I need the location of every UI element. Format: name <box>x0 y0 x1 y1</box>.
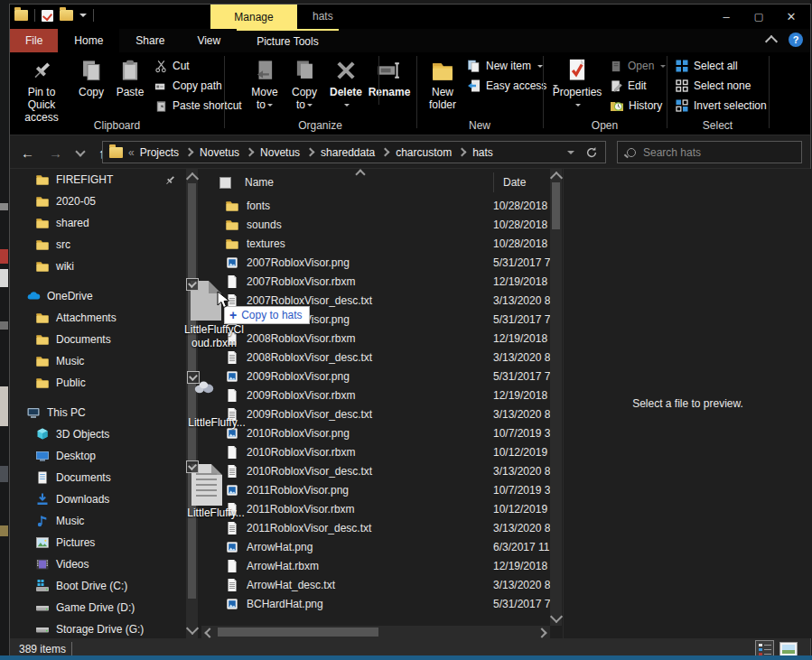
search-input[interactable]: Search hats <box>617 141 802 163</box>
address-dropdown-caret-icon[interactable] <box>567 151 574 154</box>
properties-check-icon[interactable] <box>42 10 53 22</box>
tab-share[interactable]: Share <box>119 29 181 52</box>
sidebar-item-pictures[interactable]: Pictures <box>10 532 186 553</box>
minimize-button[interactable]: – <box>711 7 742 26</box>
easy-access-button[interactable]: Easy access <box>467 77 558 95</box>
pin-to-quick-access-button[interactable]: Pin to Quick access <box>14 55 70 124</box>
sidebar-item-wiki[interactable]: wiki <box>10 256 186 277</box>
refresh-icon[interactable] <box>585 146 598 159</box>
sidebar-scrollbar[interactable] <box>186 169 198 638</box>
select-none-button[interactable]: Select none <box>675 77 751 95</box>
close-button[interactable]: ✕ <box>776 7 807 26</box>
folder-icon[interactable] <box>60 10 73 21</box>
minimize-ribbon-icon[interactable] <box>765 35 778 48</box>
file-row[interactable]: textures 10/28/2018 <box>201 234 550 253</box>
sidebar-item-boot-drive-c-[interactable]: Boot Drive (C:) <box>10 575 186 597</box>
open-button[interactable]: Open <box>610 57 666 75</box>
help-icon[interactable]: ? <box>789 33 803 47</box>
new-folder-button[interactable]: New folder <box>422 55 463 111</box>
file-row[interactable]: ArrowHat_desc.txt 3/13/2020 8 <box>201 575 550 594</box>
breadcrumb-item[interactable]: Projects <box>138 146 181 159</box>
scroll-down-icon[interactable] <box>550 610 563 623</box>
file-row[interactable]: 2011RobloxVisor.rbxm 10/12/2019 <box>201 499 550 518</box>
tab-picture-tools[interactable]: Picture Tools <box>237 29 338 52</box>
sidebar-item-videos[interactable]: Videos <box>10 553 186 575</box>
scroll-right-icon[interactable] <box>537 627 546 637</box>
tab-view[interactable]: View <box>181 29 237 52</box>
filelist-hscrollbar[interactable] <box>201 626 550 638</box>
file-row[interactable]: ArrowHat.png 6/3/2017 11 <box>201 537 550 556</box>
file-row[interactable]: 2007RobloxVisor.png 5/31/2017 7 <box>201 253 550 272</box>
copy-path-button[interactable]: Copy path <box>154 77 222 95</box>
file-row[interactable]: ArrowHat.rbxm 12/19/2018 <box>201 556 550 575</box>
back-icon[interactable]: ← <box>21 145 34 161</box>
sidebar-item-2020-05[interactable]: 2020-05 <box>10 191 186 212</box>
file-row[interactable]: BCHardHat.png 5/31/2017 7 <box>201 594 550 613</box>
sidebar-item-storage-drive-g-[interactable]: Storage Drive (G:) <box>10 618 186 638</box>
sidebar-item-src[interactable]: src <box>10 234 186 256</box>
folder-icon[interactable] <box>14 10 28 21</box>
file-row[interactable]: 2011RobloxVisor_desc.txt 3/13/2020 8 <box>201 518 550 537</box>
sidebar-item-documents[interactable]: Documents <box>10 467 186 488</box>
copy-button[interactable]: Copy <box>73 55 109 98</box>
sidebar-item-documents[interactable]: Documents <box>10 329 186 350</box>
large-icons-view-button[interactable] <box>779 642 798 656</box>
sidebar-item-desktop[interactable]: Desktop <box>10 445 186 467</box>
properties-button[interactable]: Properties <box>552 55 602 111</box>
sidebar-item-this-pc[interactable]: This PC <box>10 402 186 423</box>
move-to-button[interactable]: Move to <box>247 55 283 111</box>
breadcrumb-item[interactable]: charcustom <box>394 146 453 159</box>
column-divider[interactable] <box>493 172 494 192</box>
column-header-name[interactable]: Name <box>245 176 274 189</box>
paste-button[interactable]: Paste <box>111 55 149 98</box>
sidebar-item-music[interactable]: Music <box>10 510 186 532</box>
file-row[interactable]: 2009RobloxVisor.rbxm 12/19/2018 <box>201 386 550 404</box>
column-header-date[interactable]: Date <box>503 176 526 189</box>
filelist-vscrollbar[interactable] <box>550 169 562 626</box>
maximize-button[interactable]: ▢ <box>743 7 774 26</box>
sidebar-item-downloads[interactable]: Downloads <box>10 488 186 510</box>
sidebar-item-public[interactable]: Public <box>10 372 186 394</box>
recent-locations-caret-icon[interactable] <box>75 146 85 156</box>
sidebar-item-attachments[interactable]: Attachments <box>10 307 186 329</box>
sidebar-item-game-drive-d-[interactable]: Game Drive (D:) <box>10 597 186 618</box>
file-row[interactable]: 2008RobloxVisor.png 5/31/2017 7 <box>201 310 550 329</box>
scroll-left-icon[interactable] <box>204 627 214 637</box>
file-row[interactable]: 2007RobloxVisor_desc.txt 3/13/2020 8 <box>201 291 550 310</box>
file-row[interactable]: 2011RobloxVisor.png 10/7/2019 3 <box>201 480 550 499</box>
file-row[interactable]: 2008RobloxVisor.rbxm 12/19/2018 <box>201 329 550 348</box>
sidebar-item-shared[interactable]: shared <box>10 212 186 234</box>
crumb-overflow-icon[interactable]: « <box>128 146 135 159</box>
new-item-button[interactable]: New item <box>467 57 543 75</box>
scroll-down-icon[interactable] <box>186 622 199 635</box>
rename-button[interactable]: Rename <box>366 55 413 98</box>
sidebar-item-onedrive[interactable]: OneDrive <box>10 285 186 307</box>
sidebar-item-3d-objects[interactable]: 3D Objects <box>10 423 186 445</box>
file-row[interactable]: fonts 10/28/2018 <box>201 196 550 215</box>
file-row[interactable]: 2010RobloxVisor.rbxm 10/12/2019 <box>201 442 550 461</box>
forward-icon[interactable]: → <box>49 145 62 161</box>
address-bar[interactable]: « ProjectsNovetusNovetusshareddatacharcu… <box>102 141 606 163</box>
qat-customize-caret-icon[interactable] <box>79 14 87 17</box>
history-button[interactable]: History <box>610 97 662 115</box>
scrollbar-thumb[interactable] <box>188 183 196 599</box>
delete-button[interactable]: Delete <box>328 55 364 111</box>
edit-button[interactable]: Edit <box>610 77 647 95</box>
manage-contextual-tab[interactable]: Manage <box>210 5 297 29</box>
breadcrumb-item[interactable]: Novetus <box>258 146 302 159</box>
tab-home[interactable]: Home <box>58 29 119 52</box>
select-all-checkbox[interactable] <box>219 177 231 189</box>
tab-file[interactable]: File <box>10 29 58 52</box>
file-row[interactable]: 2010RobloxVisor.png 10/7/2019 3 <box>201 423 550 442</box>
scrollbar-thumb[interactable] <box>552 182 560 229</box>
sidebar-item-firefight[interactable]: FIREFIGHT <box>10 169 186 191</box>
file-row[interactable]: 2008RobloxVisor_desc.txt 3/13/2020 8 <box>201 348 550 367</box>
file-row[interactable]: 2010RobloxVisor_desc.txt 3/13/2020 8 <box>201 461 550 480</box>
cut-button[interactable]: Cut <box>154 57 190 75</box>
breadcrumb-item[interactable]: Novetus <box>198 146 241 159</box>
file-row[interactable]: 2009RobloxVisor_desc.txt 3/13/2020 8 <box>201 404 550 423</box>
breadcrumb-item[interactable]: hats <box>471 146 495 159</box>
copy-to-button[interactable]: Copy to <box>286 55 322 111</box>
file-row[interactable]: sounds 10/28/2018 <box>201 215 550 234</box>
invert-selection-button[interactable]: Invert selection <box>675 97 767 115</box>
